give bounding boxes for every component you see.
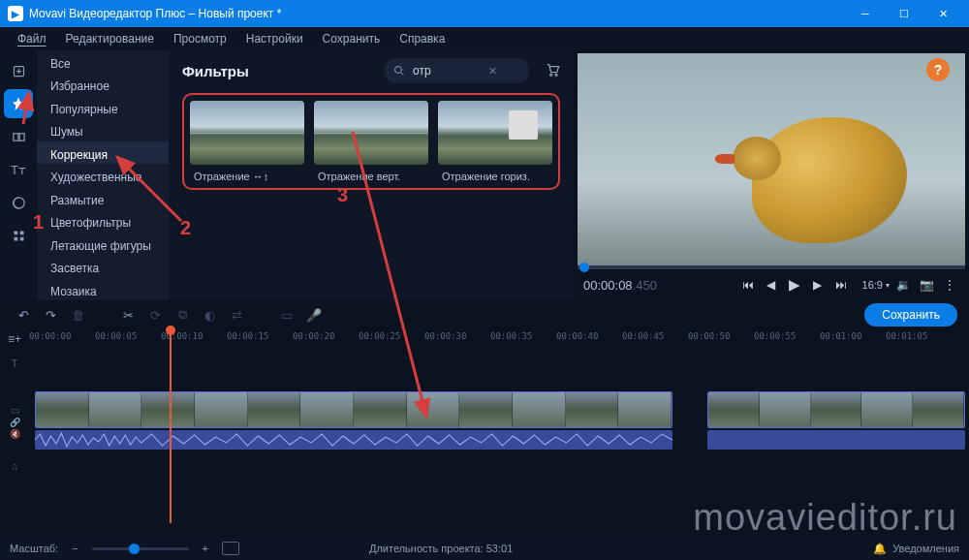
tool-titles[interactable]: Tᴛ: [4, 155, 33, 184]
export-button[interactable]: Сохранить: [864, 303, 957, 327]
maximize-button[interactable]: ☐: [886, 1, 922, 26]
audio-track-icon[interactable]: ♫: [11, 461, 18, 472]
menu-help[interactable]: Справка: [390, 29, 454, 48]
notifications-button[interactable]: 🔔 Уведомления: [873, 543, 959, 555]
search-input[interactable]: [413, 64, 481, 78]
zoom-in-icon[interactable]: +: [203, 543, 208, 554]
split-icon[interactable]: ✂: [116, 303, 140, 327]
preview-more-icon[interactable]: ⋮: [940, 275, 959, 295]
zoom-out-icon[interactable]: −: [72, 543, 78, 554]
close-button[interactable]: ✕: [924, 1, 961, 26]
rotate-icon[interactable]: ⟳: [143, 303, 167, 327]
category-favorites[interactable]: Избранное: [37, 73, 169, 95]
filters-title: Фильтры: [182, 63, 249, 79]
filter-label: Отражение верт.: [314, 171, 428, 182]
svg-rect-5: [19, 231, 23, 234]
store-icon[interactable]: [545, 62, 560, 80]
mute-track-icon[interactable]: 🔇: [10, 429, 20, 439]
tool-filters[interactable]: [4, 89, 33, 118]
color-icon[interactable]: ◐: [198, 303, 221, 327]
video-clip-1[interactable]: [35, 391, 672, 428]
category-blur[interactable]: Размытие: [37, 187, 169, 209]
filter-mirror-horizontal[interactable]: Отражение гориз.: [438, 101, 552, 182]
tool-stickers[interactable]: [4, 188, 33, 217]
ruler-tick: 00:00:20: [293, 331, 334, 341]
category-noise[interactable]: Шумы: [37, 118, 169, 140]
category-colorfilters[interactable]: Цветофильтры: [37, 209, 169, 232]
tool-more[interactable]: [4, 221, 33, 250]
category-correction[interactable]: Коррекция: [37, 141, 169, 164]
filters-panel: Фильтры ✕ Отражение ↔↕ Отражение верт. О…: [169, 50, 574, 300]
filter-thumbnail: [314, 101, 428, 165]
zoom-fit-icon[interactable]: [222, 542, 239, 555]
zoom-handle[interactable]: [129, 544, 140, 554]
tool-import[interactable]: [4, 56, 33, 85]
menu-save[interactable]: Сохранить: [313, 29, 391, 48]
next-clip-icon[interactable]: ⏭: [831, 275, 851, 295]
category-artistic[interactable]: Художественные: [37, 164, 169, 186]
crop-icon[interactable]: ⧉: [171, 303, 194, 327]
title-track-icon[interactable]: T: [12, 358, 17, 369]
video-track-icon[interactable]: ▭: [11, 405, 19, 416]
category-mosaic[interactable]: Мозаика: [37, 278, 169, 300]
add-track-icon[interactable]: ≡+: [8, 332, 21, 346]
delete-icon[interactable]: 🗑: [66, 303, 89, 327]
ruler-tick: 00:00:45: [622, 331, 664, 341]
filter-mirror-both[interactable]: Отражение ↔↕: [190, 101, 304, 182]
ruler-tick: 00:00:35: [490, 331, 532, 341]
category-popular[interactable]: Популярные: [37, 96, 169, 118]
next-frame-icon[interactable]: ▶: [808, 275, 828, 295]
zoom-slider[interactable]: [92, 547, 189, 550]
filter-mirror-vertical[interactable]: Отражение верт.: [314, 101, 428, 182]
help-button[interactable]: ?: [926, 58, 950, 81]
tool-transitions[interactable]: [4, 122, 33, 151]
bell-icon: 🔔: [873, 543, 887, 555]
watermark: movavieditor.ru: [693, 497, 957, 539]
scrubber-handle[interactable]: [579, 263, 589, 272]
search-box[interactable]: ✕: [384, 58, 529, 83]
svg-point-8: [395, 67, 402, 74]
category-exposure[interactable]: Засветка: [37, 255, 169, 277]
project-duration: Длительность проекта: 53:01: [369, 543, 513, 554]
svg-rect-4: [14, 231, 17, 234]
timeline-ruler[interactable]: 00:00:0000:00:0500:00:1000:00:1500:00:20…: [29, 329, 969, 349]
snapshot-icon[interactable]: 📷: [917, 275, 936, 295]
aspect-ratio[interactable]: 16:9▾: [862, 279, 890, 291]
filter-results: Отражение ↔↕ Отражение верт. Отражение г…: [182, 93, 560, 190]
preview-controls: 00:00:08.450 ⏮ ◀ ▶ ▶ ⏭ 16:9▾ 🔉 📷 ⋮: [574, 269, 969, 300]
clear-search-icon[interactable]: ✕: [488, 65, 497, 78]
video-clip-2[interactable]: [707, 391, 965, 428]
transition-wizard-icon[interactable]: ⇄: [225, 303, 248, 327]
svg-rect-7: [19, 236, 23, 240]
link-track-icon[interactable]: 🔗: [10, 418, 20, 427]
svg-point-10: [555, 74, 557, 76]
menu-settings[interactable]: Настройки: [236, 29, 313, 48]
redo-icon[interactable]: ↷: [39, 303, 62, 327]
audio-clip-1[interactable]: [35, 430, 672, 450]
prev-clip-icon[interactable]: ⏮: [738, 275, 758, 295]
minimize-button[interactable]: ─: [847, 1, 884, 26]
title-bar: ▶ Movavi Видеоредактор Плюс – Новый прое…: [0, 0, 969, 27]
clip-props-icon[interactable]: ▭: [275, 303, 298, 327]
menu-file[interactable]: Файл: [8, 29, 56, 48]
audio-clip-2[interactable]: [707, 430, 965, 450]
playhead[interactable]: [170, 329, 172, 523]
preview-scrubber[interactable]: [578, 265, 965, 269]
category-all[interactable]: Все: [37, 50, 169, 73]
menu-edit[interactable]: Редактирование: [56, 29, 164, 48]
preview-content: [752, 117, 907, 243]
filter-label: Отражение гориз.: [438, 171, 552, 182]
search-icon: [393, 65, 405, 77]
play-icon[interactable]: ▶: [785, 275, 804, 295]
prev-frame-icon[interactable]: ◀: [762, 275, 781, 295]
preview-video[interactable]: [578, 53, 965, 265]
volume-icon[interactable]: 🔉: [893, 275, 913, 295]
record-icon[interactable]: 🎤: [302, 303, 326, 327]
preview-area: 00:00:08.450 ⏮ ◀ ▶ ▶ ⏭ 16:9▾ 🔉 📷 ⋮: [574, 50, 969, 300]
undo-icon[interactable]: ↶: [12, 303, 35, 327]
left-tool-strip: Tᴛ: [0, 50, 37, 300]
category-sidebar: Все Избранное Популярные Шумы Коррекция …: [37, 50, 169, 300]
ruler-tick: 00:00:50: [688, 331, 730, 341]
category-flying[interactable]: Летающие фигуры: [37, 233, 169, 255]
menu-view[interactable]: Просмотр: [164, 29, 236, 48]
